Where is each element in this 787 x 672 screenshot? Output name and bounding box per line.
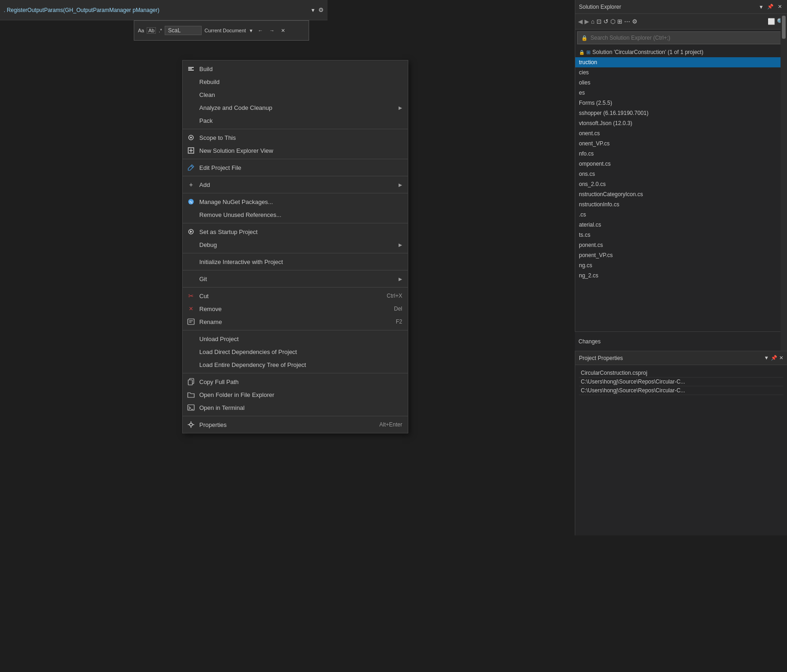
separator-11 [183,416,408,416]
se-tree-item[interactable]: vtonsoft.Json (12.0.3) [575,118,787,128]
menu-item-debug[interactable]: Debug ▶ [183,238,408,251]
se-scrollbar[interactable] [781,14,787,351]
se-tree-item[interactable]: ons.cs [575,169,787,179]
se-search-input[interactable] [590,35,720,41]
menu-item-edit-project[interactable]: Edit Project File [183,161,408,174]
se-tree-item[interactable]: aterial.cs [575,220,787,230]
se-dock-icon[interactable]: 📌 [767,3,774,11]
analyze-arrow-icon: ▶ [399,105,402,110]
se-toolbar-back[interactable]: ◀ [578,18,583,25]
menu-item-remove[interactable]: ✕ Remove Del [183,302,408,315]
se-tree-item[interactable]: nstructionInfo.cs [575,199,787,210]
load-entire-icon [186,360,196,369]
se-toolbar-refresh[interactable]: ↺ [603,18,608,25]
se-selected-item[interactable]: truction [575,57,787,67]
remove-unused-icon [186,210,196,219]
menu-item-scope[interactable]: Scope to This [183,131,408,144]
se-tree-item[interactable]: sshopper (6.16.19190.7001) [575,108,787,118]
solution-proj-icon: ⊞ [586,49,590,55]
se-tree-item[interactable]: onent.cs [575,128,787,138]
find-close-button[interactable]: ✕ [279,27,287,35]
se-tree-item[interactable]: omponent.cs [575,159,787,169]
menu-item-init-interactive[interactable]: Initialize Interactive with Project [183,255,408,268]
pp-pin-icon[interactable]: ▼ [764,355,769,361]
find-scope-arrow[interactable]: ▼ [249,28,253,33]
se-toolbar-stretch[interactable]: ⬜ [768,18,775,25]
se-tree-item[interactable]: .cs [575,210,787,220]
se-item-text: nstructionInfo.cs [579,201,619,208]
settings-icon[interactable]: ⚙ [318,6,324,13]
pp-dock-icon[interactable]: 📌 [771,355,777,361]
se-pin-icon[interactable]: ▼ [757,3,765,11]
se-tree-item[interactable]: ponent.cs [575,240,787,250]
menu-item-load-entire[interactable]: Load Entire Dependency Tree of Project [183,358,408,371]
se-toolbar-more1[interactable]: ⊞ [617,18,622,25]
menu-item-git[interactable]: Git ▶ [183,272,408,285]
rename-icon [186,317,196,326]
menu-item-pack[interactable]: Pack [183,114,408,127]
collapse-icon[interactable]: ▼ [310,7,316,13]
solution-root-item[interactable]: 🔒 ⊞ Solution 'CircularConstruction' (1 o… [575,47,787,57]
se-item-text: onent_VP.cs [579,140,610,147]
se-tree-item[interactable]: nfo.cs [575,149,787,159]
se-item-text: aterial.cs [579,222,601,228]
menu-item-nuget[interactable]: N Manage NuGet Packages... [183,195,408,208]
menu-item-load-direct[interactable]: Load Direct Dependencies of Project [183,345,408,358]
se-toolbar-home[interactable]: ⌂ [591,18,595,25]
git-changes-area[interactable]: Changes [575,331,781,351]
se-item-text: onent.cs [579,130,600,137]
se-toolbar-settings[interactable]: ⚙ [632,18,638,25]
menu-item-unload[interactable]: Unload Project [183,332,408,345]
menu-item-remove-unused[interactable]: Remove Unused References... [183,208,408,221]
se-tree-item[interactable]: es [575,88,787,98]
se-tree-item[interactable]: nstructionCategoryIcon.cs [575,189,787,199]
se-tree-item[interactable]: cies [575,67,787,78]
se-tree-item[interactable]: ts.cs [575,230,787,240]
se-toolbar-forward[interactable]: ▶ [584,18,589,25]
se-item-text: omponent.cs [579,161,611,167]
pp-close-icon[interactable]: ✕ [779,355,783,361]
pp-value-filename: CircularConstruction.csproj [581,370,781,376]
se-toolbar-more2[interactable]: ⋯ [624,18,630,25]
menu-item-rebuild[interactable]: Rebuild [183,75,408,88]
find-next-button[interactable]: → [268,27,276,34]
svg-rect-16 [188,380,192,385]
menu-item-rename[interactable]: Rename F2 [183,315,408,328]
se-toolbar-sync[interactable]: ⊡ [596,18,602,25]
se-tree-item[interactable]: ng_2.cs [575,270,787,281]
find-aa-label[interactable]: Aa [138,28,144,33]
git-arrow-icon: ▶ [399,276,402,282]
analyze-icon [186,103,196,112]
pp-row: C:\Users\hongj\Source\Repos\Circular-C..… [579,378,783,386]
menu-item-open-terminal[interactable]: Open in Terminal [183,401,408,414]
menu-item-clean[interactable]: Clean [183,88,408,101]
menu-item-cut[interactable]: ✂ Cut Ctrl+X [183,289,408,302]
find-scope-label[interactable]: Current Document [204,28,246,33]
se-toolbar-collapse[interactable]: ⬡ [610,18,615,25]
menu-item-properties[interactable]: Properties Alt+Enter [183,418,408,431]
se-scrollbar-thumb[interactable] [782,16,786,39]
menu-item-analyze[interactable]: Analyze and Code Cleanup ▶ [183,101,408,114]
se-item-text: vtonsoft.Json (12.0.3) [579,120,632,126]
find-input[interactable] [165,26,202,35]
find-ab-label[interactable]: Ab [147,27,155,34]
menu-label-rebuild: Rebuild [199,78,402,85]
se-tree-item[interactable]: onent_VP.cs [575,138,787,149]
find-prev-button[interactable]: ← [256,27,265,34]
menu-item-build[interactable]: Build [183,62,408,75]
find-regex-label[interactable]: .* [159,28,162,33]
menu-item-set-startup[interactable]: Set as Startup Project [183,225,408,238]
se-tree-item[interactable]: ponent_VP.cs [575,250,787,260]
se-tree-item[interactable]: ons_2.0.cs [575,179,787,189]
menu-item-copy-path[interactable]: Copy Full Path [183,375,408,388]
se-tree-item[interactable]: Forms (2.5.5) [575,98,787,108]
properties-panel-titlebar: Project Properties ▼ 📌 ✕ [575,351,787,365]
se-tree-item[interactable]: olies [575,78,787,88]
menu-item-open-folder[interactable]: Open Folder in File Explorer [183,388,408,401]
menu-item-add[interactable]: + Add ▶ [183,178,408,191]
svg-rect-0 [188,70,194,71]
menu-item-new-solution[interactable]: New Solution Explorer View [183,144,408,157]
se-tree-item[interactable]: ng.cs [575,260,787,270]
se-close-icon[interactable]: ✕ [776,3,783,11]
se-item-text: ng.cs [579,262,592,269]
